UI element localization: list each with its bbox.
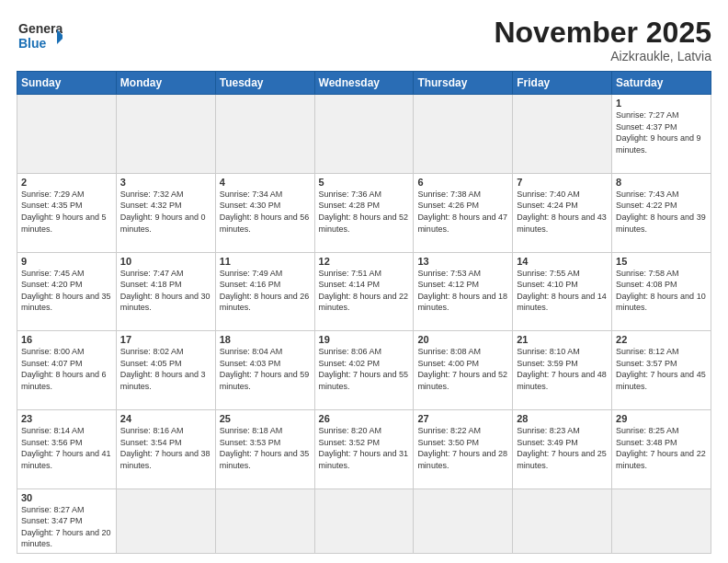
svg-text:General: General <box>18 21 63 36</box>
day-number: 12 <box>319 256 410 267</box>
day-info: Sunrise: 7:51 AMSunset: 4:14 PMDaylight:… <box>319 268 410 314</box>
header: General Blue November 2025 Aizkraukle, L… <box>17 17 711 63</box>
day-number: 24 <box>120 413 211 424</box>
week-row-6: 30 Sunrise: 8:27 AMSunset: 3:47 PMDaylig… <box>17 488 711 553</box>
th-tuesday: Tuesday <box>215 72 314 95</box>
day-14: 14 Sunrise: 7:55 AMSunset: 4:10 PMDaylig… <box>513 252 612 331</box>
empty-cell <box>414 95 513 174</box>
day-19: 19 Sunrise: 8:06 AMSunset: 4:02 PMDaylig… <box>314 331 414 410</box>
day-7: 7 Sunrise: 7:40 AMSunset: 4:24 PMDayligh… <box>513 173 612 252</box>
week-row-5: 23 Sunrise: 8:14 AMSunset: 3:56 PMDaylig… <box>17 409 711 488</box>
day-number: 23 <box>21 413 112 424</box>
day-20: 20 Sunrise: 8:08 AMSunset: 4:00 PMDaylig… <box>414 331 513 410</box>
page: General Blue November 2025 Aizkraukle, L… <box>0 0 728 563</box>
empty-cell <box>17 95 117 174</box>
day-21: 21 Sunrise: 8:10 AMSunset: 3:59 PMDaylig… <box>513 331 612 410</box>
week-row-2: 2 Sunrise: 7:29 AMSunset: 4:35 PMDayligh… <box>17 173 711 252</box>
day-29: 29 Sunrise: 8:25 AMSunset: 3:48 PMDaylig… <box>612 409 711 488</box>
day-number: 28 <box>517 413 608 424</box>
day-number: 16 <box>21 334 112 345</box>
day-27: 27 Sunrise: 8:22 AMSunset: 3:50 PMDaylig… <box>414 409 513 488</box>
day-info: Sunrise: 8:00 AMSunset: 4:07 PMDaylight:… <box>21 346 112 392</box>
th-saturday: Saturday <box>612 72 711 95</box>
day-info: Sunrise: 7:29 AMSunset: 4:35 PMDaylight:… <box>21 189 112 235</box>
day-number: 10 <box>120 256 211 267</box>
day-info: Sunrise: 8:14 AMSunset: 3:56 PMDaylight:… <box>21 425 112 471</box>
day-3: 3 Sunrise: 7:32 AMSunset: 4:32 PMDayligh… <box>116 173 215 252</box>
logo: General Blue <box>17 17 63 57</box>
day-info: Sunrise: 7:45 AMSunset: 4:20 PMDaylight:… <box>21 268 112 314</box>
day-number: 29 <box>616 413 707 424</box>
day-30: 30 Sunrise: 8:27 AMSunset: 3:47 PMDaylig… <box>17 488 117 553</box>
day-12: 12 Sunrise: 7:51 AMSunset: 4:14 PMDaylig… <box>314 252 414 331</box>
th-friday: Friday <box>513 72 612 95</box>
day-9: 9 Sunrise: 7:45 AMSunset: 4:20 PMDayligh… <box>17 252 117 331</box>
empty-cell <box>414 488 513 553</box>
day-info: Sunrise: 7:58 AMSunset: 4:08 PMDaylight:… <box>616 268 707 314</box>
day-info: Sunrise: 7:40 AMSunset: 4:24 PMDaylight:… <box>517 189 608 235</box>
month-title: November 2025 <box>494 17 711 49</box>
empty-cell <box>116 488 215 553</box>
day-4: 4 Sunrise: 7:34 AMSunset: 4:30 PMDayligh… <box>215 173 314 252</box>
day-1: 1 Sunrise: 7:27 AMSunset: 4:37 PMDayligh… <box>612 95 711 174</box>
day-info: Sunrise: 8:10 AMSunset: 3:59 PMDaylight:… <box>517 346 608 392</box>
day-info: Sunrise: 8:12 AMSunset: 3:57 PMDaylight:… <box>616 346 707 392</box>
logo-svg: General Blue <box>17 17 63 57</box>
empty-cell <box>314 488 414 553</box>
day-info: Sunrise: 7:43 AMSunset: 4:22 PMDaylight:… <box>616 189 707 235</box>
day-number: 15 <box>616 256 707 267</box>
day-number: 18 <box>220 334 311 345</box>
day-info: Sunrise: 8:08 AMSunset: 4:00 PMDaylight:… <box>417 346 508 392</box>
empty-cell <box>116 95 215 174</box>
th-thursday: Thursday <box>414 72 513 95</box>
day-number: 9 <box>21 256 112 267</box>
th-monday: Monday <box>116 72 215 95</box>
day-number: 1 <box>616 98 707 109</box>
day-16: 16 Sunrise: 8:00 AMSunset: 4:07 PMDaylig… <box>17 331 117 410</box>
empty-cell <box>612 488 711 553</box>
empty-cell <box>513 95 612 174</box>
day-info: Sunrise: 7:32 AMSunset: 4:32 PMDaylight:… <box>120 189 211 235</box>
day-number: 27 <box>417 413 508 424</box>
empty-cell <box>215 95 314 174</box>
day-13: 13 Sunrise: 7:53 AMSunset: 4:12 PMDaylig… <box>414 252 513 331</box>
day-info: Sunrise: 8:25 AMSunset: 3:48 PMDaylight:… <box>616 425 707 471</box>
day-28: 28 Sunrise: 8:23 AMSunset: 3:49 PMDaylig… <box>513 409 612 488</box>
day-number: 25 <box>220 413 311 424</box>
day-15: 15 Sunrise: 7:58 AMSunset: 4:08 PMDaylig… <box>612 252 711 331</box>
title-block: November 2025 Aizkraukle, Latvia <box>494 17 711 63</box>
day-22: 22 Sunrise: 8:12 AMSunset: 3:57 PMDaylig… <box>612 331 711 410</box>
day-info: Sunrise: 8:22 AMSunset: 3:50 PMDaylight:… <box>417 425 508 471</box>
day-info: Sunrise: 8:02 AMSunset: 4:05 PMDaylight:… <box>120 346 211 392</box>
day-number: 20 <box>417 334 508 345</box>
day-17: 17 Sunrise: 8:02 AMSunset: 4:05 PMDaylig… <box>116 331 215 410</box>
day-number: 2 <box>21 177 112 188</box>
day-number: 19 <box>319 334 410 345</box>
day-info: Sunrise: 7:53 AMSunset: 4:12 PMDaylight:… <box>417 268 508 314</box>
day-number: 5 <box>319 177 410 188</box>
day-5: 5 Sunrise: 7:36 AMSunset: 4:28 PMDayligh… <box>314 173 414 252</box>
week-row-3: 9 Sunrise: 7:45 AMSunset: 4:20 PMDayligh… <box>17 252 711 331</box>
empty-cell <box>215 488 314 553</box>
day-number: 7 <box>517 177 608 188</box>
day-info: Sunrise: 7:38 AMSunset: 4:26 PMDaylight:… <box>417 189 508 235</box>
day-number: 30 <box>21 492 112 503</box>
day-25: 25 Sunrise: 8:18 AMSunset: 3:53 PMDaylig… <box>215 409 314 488</box>
day-info: Sunrise: 7:47 AMSunset: 4:18 PMDaylight:… <box>120 268 211 314</box>
day-number: 13 <box>417 256 508 267</box>
day-number: 22 <box>616 334 707 345</box>
day-number: 17 <box>120 334 211 345</box>
week-row-4: 16 Sunrise: 8:00 AMSunset: 4:07 PMDaylig… <box>17 331 711 410</box>
day-18: 18 Sunrise: 8:04 AMSunset: 4:03 PMDaylig… <box>215 331 314 410</box>
day-24: 24 Sunrise: 8:16 AMSunset: 3:54 PMDaylig… <box>116 409 215 488</box>
day-info: Sunrise: 7:27 AMSunset: 4:37 PMDaylight:… <box>616 109 707 155</box>
th-sunday: Sunday <box>17 72 117 95</box>
day-info: Sunrise: 8:23 AMSunset: 3:49 PMDaylight:… <box>517 425 608 471</box>
day-11: 11 Sunrise: 7:49 AMSunset: 4:16 PMDaylig… <box>215 252 314 331</box>
empty-cell <box>513 488 612 553</box>
empty-cell <box>314 95 414 174</box>
day-number: 6 <box>417 177 508 188</box>
day-info: Sunrise: 7:36 AMSunset: 4:28 PMDaylight:… <box>319 189 410 235</box>
day-info: Sunrise: 8:18 AMSunset: 3:53 PMDaylight:… <box>220 425 311 471</box>
day-number: 4 <box>220 177 311 188</box>
